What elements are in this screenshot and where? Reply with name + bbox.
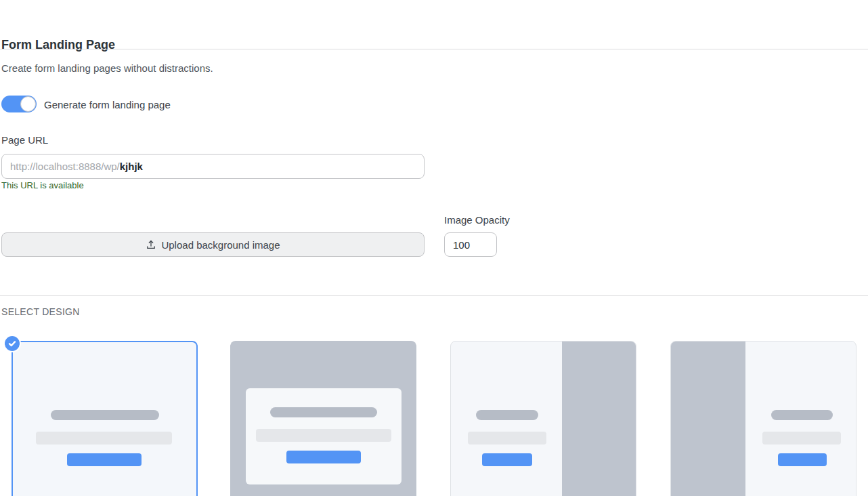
design-option-1[interactable] bbox=[12, 341, 198, 496]
skeleton-button bbox=[286, 451, 361, 463]
url-availability-status: This URL is available bbox=[1, 180, 84, 190]
design-option-4[interactable] bbox=[670, 341, 856, 496]
skeleton-text-bar bbox=[762, 432, 841, 445]
select-design-label: SELECT DESIGN bbox=[1, 306, 80, 317]
design-option-3[interactable] bbox=[450, 341, 636, 496]
upload-background-image-button[interactable]: Upload background image bbox=[1, 232, 425, 257]
image-opacity-label: Image Opacity bbox=[444, 214, 510, 226]
skeleton-title-bar bbox=[476, 410, 538, 420]
page-description: Create form landing pages without distra… bbox=[1, 62, 213, 74]
selected-check-badge bbox=[3, 335, 21, 352]
skeleton-sidebar bbox=[562, 342, 636, 496]
upload-icon bbox=[146, 239, 156, 250]
image-opacity-input[interactable] bbox=[444, 232, 497, 257]
skeleton-sidebar bbox=[671, 342, 745, 496]
skeleton-text-bar bbox=[468, 432, 546, 445]
skeleton-title-bar bbox=[771, 410, 833, 420]
section-divider bbox=[0, 295, 868, 296]
page-url-input[interactable]: http://localhost:8888/wp/kjhjk bbox=[1, 154, 425, 179]
toggle-label: Generate form landing page bbox=[44, 99, 171, 110]
page-url-label: Page URL bbox=[1, 134, 48, 146]
title-divider bbox=[0, 49, 868, 49]
skeleton-title-bar bbox=[51, 410, 159, 420]
skeleton-text-bar bbox=[256, 429, 391, 442]
skeleton-title-bar bbox=[270, 407, 377, 417]
toggle-knob bbox=[20, 96, 36, 112]
page-title: Form Landing Page bbox=[1, 38, 115, 52]
check-icon bbox=[7, 339, 17, 348]
skeleton-button bbox=[67, 453, 142, 466]
skeleton-button bbox=[778, 453, 827, 466]
url-prefix: http://localhost:8888/wp/ bbox=[10, 161, 120, 172]
skeleton-panel bbox=[246, 388, 402, 484]
skeleton-text-bar bbox=[36, 432, 172, 445]
url-value: kjhjk bbox=[120, 161, 143, 172]
generate-landing-page-toggle[interactable] bbox=[1, 96, 37, 112]
skeleton-button bbox=[482, 453, 532, 466]
design-option-2[interactable] bbox=[230, 341, 416, 496]
upload-button-label: Upload background image bbox=[161, 239, 280, 251]
